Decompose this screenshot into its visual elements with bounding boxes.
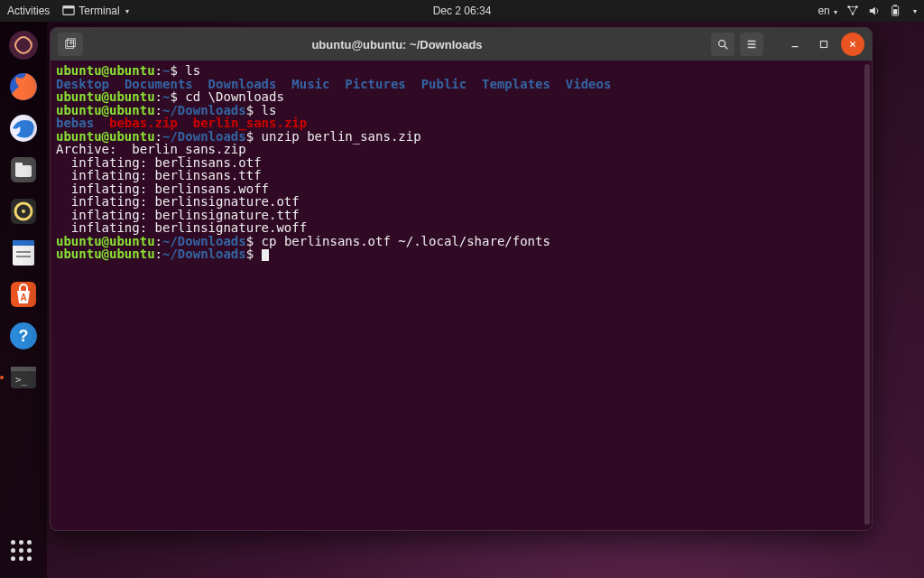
window-title: ubuntu@ubuntu: ~/Downloads: [88, 38, 706, 51]
svg-rect-19: [16, 251, 31, 253]
battery-icon: [890, 5, 902, 17]
terminal-body[interactable]: ubuntu@ubuntu:~$ ls Desktop Documents Do…: [51, 61, 872, 530]
terminal-icon[interactable]: >_: [5, 359, 42, 396]
svg-rect-20: [16, 256, 31, 257]
files-icon[interactable]: [5, 152, 42, 188]
svg-rect-6: [893, 5, 897, 5]
svg-rect-1: [63, 6, 74, 9]
minimize-button[interactable]: [783, 33, 807, 56]
close-button[interactable]: [841, 33, 864, 56]
svg-text:>_: >_: [15, 374, 28, 386]
svg-rect-7: [893, 9, 897, 14]
input-source[interactable]: en ▾: [818, 5, 837, 17]
clock[interactable]: Dec 2 06:34: [433, 5, 492, 17]
network-icon: [846, 5, 859, 17]
svg-line-33: [725, 46, 728, 50]
svg-text:A: A: [20, 293, 26, 303]
app-menu[interactable]: Terminal▾: [62, 5, 128, 17]
show-apps-button[interactable]: [11, 540, 36, 565]
volume-icon: [868, 5, 881, 17]
software-icon[interactable]: A: [5, 276, 42, 312]
svg-rect-18: [13, 240, 34, 246]
svg-point-8: [9, 31, 38, 60]
thunderbird-icon[interactable]: [5, 110, 42, 146]
svg-text:?: ?: [19, 327, 29, 345]
new-tab-button[interactable]: [58, 33, 83, 56]
system-menu[interactable]: en ▾ ▾: [818, 5, 917, 17]
trash-icon[interactable]: [5, 27, 42, 63]
scrollbar[interactable]: [864, 64, 870, 525]
maximize-button[interactable]: [812, 33, 836, 56]
libreoffice-icon[interactable]: [5, 235, 42, 271]
titlebar[interactable]: ubuntu@ubuntu: ~/Downloads: [51, 28, 872, 61]
dock: A ? >_: [0, 22, 47, 578]
help-icon[interactable]: ?: [5, 318, 42, 354]
svg-point-32: [719, 41, 725, 47]
rhythmbox-icon[interactable]: [5, 193, 42, 229]
terminal-window: ubuntu@ubuntu: ~/Downloads ubuntu@ubuntu…: [50, 27, 873, 531]
svg-rect-26: [11, 367, 36, 371]
svg-rect-13: [15, 163, 23, 167]
search-button[interactable]: [711, 33, 735, 56]
hamburger-button[interactable]: [740, 33, 763, 56]
top-bar: Activities Terminal▾ Dec 2 06:34 en ▾ ▾: [0, 0, 924, 22]
svg-rect-38: [821, 42, 827, 48]
firefox-icon[interactable]: [5, 69, 42, 105]
svg-point-16: [22, 210, 25, 213]
activities-button[interactable]: Activities: [7, 5, 50, 17]
